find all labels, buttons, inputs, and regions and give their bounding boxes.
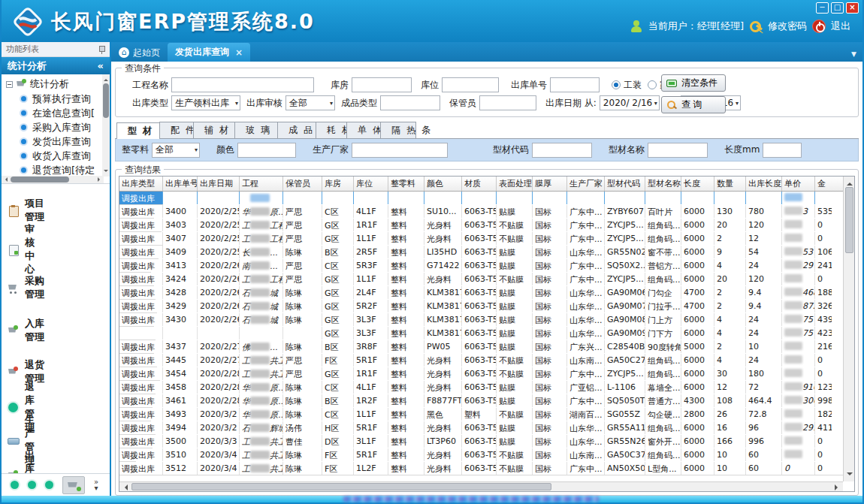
project-name-input[interactable] [171, 77, 314, 92]
grid-header-cell[interactable]: 库房 [322, 177, 354, 191]
cart-tool-button[interactable] [62, 476, 85, 494]
scroll-left-icon[interactable] [122, 484, 128, 490]
table-row[interactable]: 调拨出库 3413 2020/2/26 南... 严思 C区 5R3F 整料 G… [119, 259, 151, 273]
material-subtab[interactable]: 玻璃 [234, 122, 278, 138]
scroll-right-icon[interactable] [835, 484, 841, 490]
length-input[interactable] [763, 143, 802, 158]
tree-item[interactable]: 发货出库查询 [6, 134, 50, 149]
table-row[interactable]: 调拨出库 3512 2020/3/4 工共工程 陈琳 F区 1L2F 整料 光身… [119, 462, 843, 475]
grid-header-cell[interactable]: 材质 [462, 177, 497, 191]
grid-horizontal-scrollbar[interactable] [119, 481, 843, 491]
table-row[interactable]: 调拨出库 3510 2020/3/4 工共工程 陈琳 F区 5R1F 整料 光身… [119, 448, 136, 462]
tree-expander-icon[interactable] [6, 81, 13, 88]
scroll-down-icon[interactable] [847, 472, 853, 478]
collapse-icon[interactable]: « [98, 60, 104, 71]
table-row[interactable]: 调拨出库 3429 2020/2/26 石城 陈琳 G区 5R2F 整料 KLM… [119, 300, 157, 313]
more-menus-button[interactable]: » ▾ [94, 479, 98, 491]
profile-name-input[interactable] [648, 143, 708, 158]
close-button[interactable]: × [846, 2, 859, 14]
material-subtab[interactable]: 单体型材 [346, 122, 381, 138]
table-row[interactable]: 调拨出库 3428 2020/2/26 石城 陈琳 G区 2L4F 整料 KLM… [119, 286, 156, 300]
stats-section-header[interactable]: 统计分析 « [2, 57, 110, 74]
table-row[interactable]: 调拨出库 3400 2020/2/25 华原... 严思 C区 4L1F 整料 … [119, 205, 154, 219]
table-row[interactable]: 调拨出库 3458 2020/2/28 华原... 陈琳 C区 4L1F 整料 … [119, 381, 156, 394]
table-row[interactable]: 调拨出库 3430 2020/2/26 石城 陈琳 G区 3L3F 整料 KLM… [119, 313, 154, 327]
sidebar-menu-item[interactable]: 采购管理 [8, 267, 50, 309]
material-subtab[interactable]: 辅材 [193, 122, 235, 138]
grid-header-cell[interactable]: 出库单号 [163, 177, 198, 191]
scroll-up-icon[interactable] [847, 180, 853, 186]
sidebar-menu-item[interactable]: 入库管理 [8, 309, 51, 352]
product-type-input[interactable] [380, 95, 440, 110]
table-row[interactable]: 调拨出库 3500 2020/3/3 工共工程 曹佳 D区 3L1F 整料 LT… [119, 435, 153, 448]
table-row[interactable]: 调拨出库 3409 2020/2/25 长... 陈琳 B区 2R5F 整料 L… [119, 246, 159, 259]
grid-header-cell[interactable]: 生产厂家 [567, 177, 605, 191]
search-button[interactable]: 查 询 [661, 96, 726, 113]
tree-item[interactable]: 预算执行查询 [6, 92, 50, 106]
grid-header-cell[interactable]: 单价 [782, 177, 815, 191]
tab-close-icon[interactable]: × [235, 47, 243, 58]
table-row[interactable]: 调拨出库 3445 2020/2/27 工共工程 严思 F区 5R1F 整料 光… [119, 354, 157, 367]
color-input[interactable] [237, 143, 296, 158]
tree-vertical-scrollbar[interactable] [102, 74, 110, 177]
maximize-button[interactable]: □ [831, 2, 844, 14]
grid-header-cell[interactable]: 表面处理 [497, 177, 533, 191]
manufacturer-input[interactable] [352, 143, 448, 158]
table-row[interactable]: 调拨出库 3437 2020/2/27 佛... 陈琳 B区 3R8F 整料 P… [119, 340, 154, 354]
grid-header-cell[interactable]: 膜厚 [533, 177, 567, 191]
green-dot-icon[interactable] [28, 481, 36, 489]
whole-part-select[interactable]: 全部▾ [152, 143, 200, 158]
table-row[interactable]: G区 3L3F 整料 KLM3817 6063-T5 贴膜 国标 山东华... … [119, 327, 156, 340]
date-from-select[interactable]: 2020/ 2/16▾ [600, 95, 660, 110]
grid-header-cell[interactable]: 型材名称 [645, 177, 681, 191]
material-subtab[interactable]: 隔热条 [380, 122, 416, 138]
tree-item[interactable]: 收货入库查询 [6, 149, 45, 163]
outbound-type-select[interactable]: 生产领料出库▾ [171, 95, 240, 110]
warehouse-input[interactable] [352, 77, 412, 92]
grid-header-cell[interactable]: 长度 [681, 177, 714, 191]
outbound-audit-select[interactable]: 全部▾ [285, 95, 335, 110]
tree-item[interactable]: 采购入库查询 [6, 120, 48, 134]
green-dot-icon[interactable] [11, 481, 19, 489]
tab-shipping-outbound-query[interactable]: 发货出库查询 × [168, 43, 250, 62]
grid-header-cell[interactable]: 整零料 [388, 177, 424, 191]
minimize-button[interactable]: − [816, 2, 829, 14]
grid-header-cell[interactable]: 出库日期 [198, 177, 240, 191]
grid-vertical-scrollbar[interactable] [843, 177, 854, 481]
grid-header-cell[interactable]: 数量 [714, 177, 746, 191]
grid-header-cell[interactable]: 出库长度 [746, 177, 782, 191]
material-subtab[interactable]: 成品 [277, 122, 316, 138]
sidebar-menu-item[interactable]: 审核中心 [8, 232, 42, 267]
material-subtab[interactable]: 型材 [116, 122, 160, 139]
table-row[interactable]: 调拨出库 3399 2020/2/25 华原... 严思 C区 2L1F 整料 … [119, 192, 163, 205]
keeper-input[interactable] [479, 95, 536, 110]
location-input[interactable] [442, 77, 499, 92]
green-dot-icon[interactable] [45, 481, 53, 489]
grid-header-cell[interactable]: 出库类型 [119, 177, 163, 191]
scroll-left-icon[interactable] [3, 177, 8, 182]
scroll-down-icon[interactable] [104, 170, 108, 174]
table-row[interactable]: 调拨出库 3493 2020/3/2 华原... 陈琳 C区 1L1F 整料 黑… [119, 408, 151, 421]
table-row[interactable]: 调拨出库 3494 2020/3/2 石辉城 汤伟 H区 5R1F 整料 光身料 [119, 421, 156, 435]
table-row[interactable]: 调拨出库 3461 2020/2/28 华原... 陈琳 B区 1R2F 整料 … [119, 394, 153, 408]
change-password-link[interactable]: 修改密码 [768, 20, 807, 33]
grid-header-cell[interactable]: 工程 [240, 177, 283, 191]
grid-header-cell[interactable]: 颜色 [424, 177, 462, 191]
tab-list-dropdown-icon[interactable]: ▼ [851, 50, 856, 58]
grid-header-cell[interactable]: 库位 [354, 177, 388, 191]
material-subtab[interactable]: 耗材 [316, 122, 347, 138]
profile-code-input[interactable] [532, 143, 592, 158]
logout-link[interactable]: 退出 [831, 20, 850, 33]
table-row[interactable]: 调拨出库 3403 2020/2/25 工工程 严思 G区 1R1F 整料 光身… [119, 219, 162, 232]
grid-header-cell[interactable]: 保管员 [283, 177, 322, 191]
tree-horizontal-scrollbar[interactable] [2, 176, 104, 183]
tab-home[interactable]: ⌂ 起始页 [111, 44, 168, 62]
tree-root-stats[interactable]: 统计分析 [6, 77, 95, 92]
tree-item[interactable]: 在途信息查询[待 [6, 106, 41, 120]
pin-icon[interactable] [98, 45, 105, 54]
clear-conditions-button[interactable]: 清空条件 [661, 74, 726, 92]
table-row[interactable]: 调拨出库 3454 2020/2/28 工共工程 严思 G区 1R1F 整料 光… [119, 367, 160, 381]
scroll-right-icon[interactable] [98, 177, 102, 182]
table-row[interactable]: 调拨出库 3407 2020/2/25 工工程 严思 G区 1L1F 整料 光身… [119, 232, 163, 246]
material-subtab[interactable]: 配件 [159, 122, 194, 138]
